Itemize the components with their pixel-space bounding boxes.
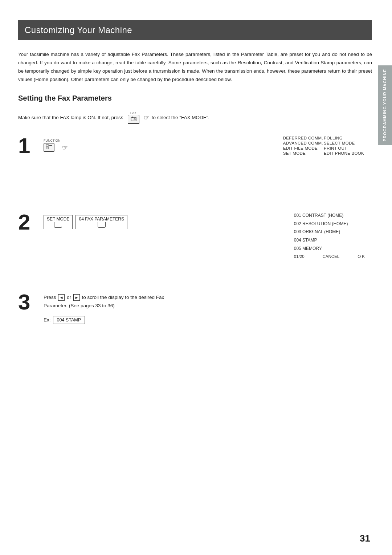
- example-label: Ex:: [44, 317, 51, 323]
- sidebar-tab-label: PROGRAMMING YOUR MACHINE: [383, 69, 387, 141]
- step3-text: Press ◄ or ► to scroll the display to th…: [44, 293, 372, 310]
- fax-key-label: FAX: [130, 111, 136, 115]
- step3-content: Press ◄ or ► to scroll the display to th…: [44, 291, 372, 324]
- svg-rect-4: [46, 147, 49, 149]
- main-content: Customizing Your Machine Your facsimile …: [18, 20, 372, 540]
- step3-text-after: to scroll the display to the desired Fax: [82, 295, 164, 300]
- function-label: FUNCTION: [44, 139, 61, 142]
- menu-row-2: ADVANCED COMM. SELECT MODE: [283, 141, 364, 145]
- page-indicator: 01/20: [294, 254, 305, 259]
- example-display: Ex: 004 STAMP: [44, 316, 372, 324]
- menu-row-1: DEFERRED COMM. POLLING: [283, 136, 364, 140]
- step1-number: 1: [18, 135, 44, 157]
- svg-rect-1: [132, 117, 133, 118]
- param-005: 005 MEMORY: [294, 244, 365, 253]
- menu-col2-2: SELECT MODE: [324, 141, 364, 145]
- step3-number: 3: [18, 291, 44, 313]
- fax-instruction-after: to select the "FAX MODE".: [152, 115, 210, 120]
- fax-instruction-before: Make sure that the FAX lamp is ON. If no…: [18, 115, 123, 120]
- step3-text-line2: Parameter. (See pages 33 to 36): [44, 303, 115, 308]
- cursor-icon: ☞: [144, 114, 150, 122]
- body-paragraph: Your facsimile machine has a variety of …: [18, 50, 372, 84]
- step2-container: 2 SET MODE 04 FAX PARAMETERS 001 CONTRAS…: [18, 211, 372, 284]
- fax-icon-svg: [130, 116, 137, 122]
- menu-col2-1: POLLING: [324, 136, 364, 140]
- menu-col1-3: EDIT FILE MODE: [283, 146, 323, 150]
- step1-cursor-icon: ☞: [62, 144, 68, 152]
- step2-btn2-wrapper: 04 FAX PARAMETERS: [75, 215, 127, 229]
- left-arrow-button[interactable]: ◄: [58, 294, 65, 301]
- svg-point-2: [134, 118, 135, 120]
- menu-col1-1: DEFERRED COMM.: [283, 136, 323, 140]
- sidebar-tab: PROGRAMMING YOUR MACHINE: [378, 65, 392, 145]
- fax-key-button[interactable]: [128, 115, 139, 124]
- svg-rect-3: [46, 145, 49, 146]
- step1-menu: DEFERRED COMM. POLLING ADVANCED COMM. SE…: [282, 135, 365, 156]
- example-value: 004 STAMP: [53, 316, 85, 324]
- function-key[interactable]: [44, 143, 54, 152]
- cancel-button[interactable]: CANCEL: [323, 254, 340, 259]
- page-title: Customizing Your Machine: [25, 25, 366, 35]
- menu-col2-4: EDIT PHONE BOOK: [324, 151, 364, 155]
- menu-row-4: SET MODE EDIT PHONE BOOK: [283, 151, 364, 155]
- menu-col1-2: ADVANCED COMM.: [283, 141, 323, 145]
- menu-col2-3: PRINT OUT: [324, 146, 364, 150]
- step3-text-before: Press: [44, 295, 56, 300]
- fax-key-icon: FAX: [128, 111, 139, 124]
- fax-parameters-button[interactable]: 04 FAX PARAMETERS: [75, 215, 127, 229]
- param-003: 003 ORIGINAL (HOME): [294, 228, 365, 236]
- page-number: 31: [360, 533, 370, 544]
- step3-text-or: or: [67, 295, 71, 300]
- param-list: 001 CONTRAST (HOME) 002 RESOLUTION (HOME…: [294, 211, 365, 259]
- param-004: 004 STAMP: [294, 236, 365, 244]
- title-bar: Customizing Your Machine: [18, 20, 372, 40]
- section-heading: Setting the Fax Parameters: [18, 94, 372, 102]
- menu-col1-4: SET MODE: [283, 151, 323, 155]
- step2-number: 2: [18, 211, 44, 233]
- step1-container: 1 FUNCTION: [18, 135, 372, 200]
- right-arrow-button[interactable]: ►: [73, 294, 80, 301]
- menu-row-3: EDIT FILE MODE PRINT OUT: [283, 146, 364, 150]
- step3: 3 Press ◄ or ► to scroll the display to …: [18, 291, 372, 324]
- param-002: 002 RESOLUTION (HOME): [294, 220, 365, 228]
- function-key-icon: [46, 144, 52, 149]
- nav-row: 01/20 CANCEL O K: [294, 254, 365, 259]
- param-001: 001 CONTRAST (HOME): [294, 211, 365, 220]
- set-mode-button[interactable]: SET MODE: [44, 215, 73, 229]
- step1-key-wrapper: FUNCTION: [44, 139, 61, 152]
- step3-container: 3 Press ◄ or ► to scroll the display to …: [18, 291, 372, 324]
- step2-btn1-wrapper: SET MODE: [44, 215, 73, 229]
- ok-button[interactable]: O K: [358, 254, 365, 259]
- menu-table: DEFERRED COMM. POLLING ADVANCED COMM. SE…: [282, 135, 365, 156]
- page: PROGRAMMING YOUR MACHINE Customizing You…: [0, 0, 392, 555]
- fax-instruction: Make sure that the FAX lamp is ON. If no…: [18, 111, 372, 124]
